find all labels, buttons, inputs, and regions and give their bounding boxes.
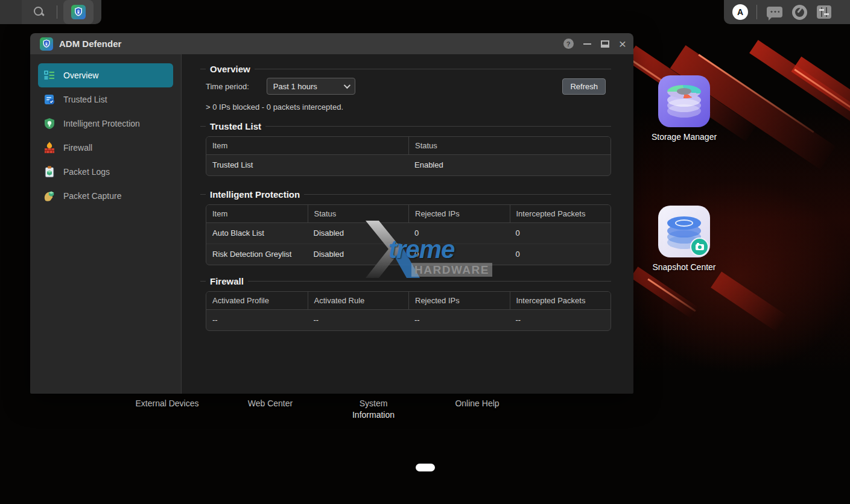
window-titlebar[interactable]: ADM Defender ? × [30,33,633,54]
table-cell: Enabled [408,155,611,175]
table-cell: Risk Detection Greylist [206,244,308,265]
snapshot-center-icon [658,206,710,257]
table-cell: -- [510,310,611,330]
shield-bulb-icon [43,117,56,130]
search-button[interactable] [22,0,57,24]
desktop-shortcut-system-information[interactable]: System Information [337,398,410,421]
column-header: Intercepted Packets [510,292,611,309]
time-period-value: Past 1 hours [273,82,317,91]
time-period-label: Time period: [206,82,249,91]
intelligent-protection-table: ItemStatusRejected IPsIntercepted Packet… [206,204,611,265]
chat-bubble-icon [767,7,782,17]
sliders-icon [817,5,831,19]
table-header-row: Activated ProfileActivated RuleRejected … [206,292,611,310]
desktop-icon-label: Snapshot Center [648,262,720,272]
user-avatar[interactable]: A [732,4,748,20]
camera-badge-icon [690,238,709,256]
sidebar-item-label: Firewall [63,143,92,153]
desktop-shortcut-web-center[interactable]: Web Center [231,398,309,409]
adm-defender-icon [40,37,53,51]
overview-section-legend: Overview [200,64,611,74]
search-icon [34,7,45,17]
taskbar-separator [57,5,57,19]
table-cell: 0 [510,223,611,244]
trusted-list-clipboard-icon [43,93,56,106]
time-period-select[interactable]: Past 1 hours [267,78,355,95]
trusted-list-section-legend: Trusted List [200,121,611,131]
sidebar-item-packet-capture[interactable]: Packet Capture [38,184,173,208]
preferences-button[interactable] [817,5,831,19]
packet-capture-hand-icon [43,189,56,203]
table-cell: -- [308,310,409,330]
sidebar-item-trusted-list[interactable]: Trusted List [38,87,173,112]
blocked-summary-text: > 0 IPs blocked - 0 packets intercepted. [206,102,633,112]
table-header-row: ItemStatus [206,137,611,155]
trusted-list-table: ItemStatusTrusted ListEnabled [206,136,611,176]
minimize-button[interactable] [583,43,591,45]
firewall-flame-brick-icon [43,141,56,154]
table-cell: -- [206,310,308,330]
chevron-down-icon [344,82,350,89]
sidebar-item-label: Overview [63,71,98,80]
desktop-shortcut-online-help[interactable]: Online Help [438,398,516,409]
table-row: Auto Black ListDisabled00 [206,223,611,244]
table-cell: Disabled [308,223,409,244]
table-row: Trusted ListEnabled [206,155,611,175]
column-header: Item [206,205,308,222]
sidebar-item-overview[interactable]: Overview [38,63,173,87]
overview-list-icon [43,69,56,82]
intelligent-protection-section-legend: Intelligent Protection [200,189,611,200]
sidebar-item-label: Packet Logs [63,167,110,177]
sidebar-item-label: Trusted List [63,95,107,104]
table-header-row: ItemStatusRejected IPsIntercepted Packet… [206,205,611,223]
column-header: Item [206,137,408,154]
adm-defender-icon [71,5,86,19]
desktop-icon-label: Storage Manager [648,132,720,142]
storage-manager-icon [658,75,710,127]
table-cell: 0 [408,223,510,244]
firewall-table: Activated ProfileActivated RuleRejected … [206,291,611,331]
table-cell: 0 [510,244,611,265]
desktop-shortcut-external-devices[interactable]: External Devices [128,398,206,409]
system-monitor-button[interactable] [792,5,807,20]
notifications-button[interactable] [767,7,782,17]
table-row: Risk Detection GreylistDisabled00 [206,244,611,265]
gauge-icon [792,5,807,20]
taskbar-active-app-adm-defender[interactable] [63,0,94,24]
taskbar-left [0,0,101,24]
table-cell: Disabled [308,244,409,265]
column-header: Rejected IPs [408,292,510,309]
close-button[interactable]: × [619,40,626,48]
sidebar-item-label: Intelligent Protection [63,119,140,128]
sidebar-item-intelligent-protection[interactable]: Intelligent Protection [38,112,173,136]
column-header: Intercepted Packets [510,205,611,222]
column-header: Status [408,137,611,154]
column-header: Rejected IPs [408,205,510,222]
column-header: Status [308,205,409,222]
sidebar-item-label: Packet Capture [63,191,122,201]
desktop-icon-snapshot-center[interactable]: Snapshot Center [648,206,720,272]
restore-button[interactable] [601,40,609,48]
taskbar-separator [756,5,757,19]
column-header: Activated Rule [308,292,409,309]
table-cell: Auto Black List [206,223,308,244]
table-cell: Trusted List [206,155,408,175]
table-row: -------- [206,310,611,330]
sidebar-item-packet-logs[interactable]: Packet Logs [38,160,173,184]
packet-logs-clipboard-icon [43,165,56,178]
taskbar-right: A [724,0,850,24]
taskbar-handle[interactable] [416,464,435,471]
sidebar-item-firewall[interactable]: Firewall [38,136,173,160]
desktop-icon-storage-manager[interactable]: Storage Manager [648,75,720,142]
table-cell: -- [408,310,510,330]
window-title: ADM Defender [59,39,121,49]
firewall-section-legend: Firewall [200,276,611,286]
help-button[interactable]: ? [563,39,574,49]
desktop: A Storage Manager Snapshot Center Extern… [0,0,850,504]
refresh-button[interactable]: Refresh [562,78,606,95]
main-content: Overview Time period: Past 1 hours Refre… [182,54,633,394]
table-cell: 0 [408,244,510,265]
adm-defender-window: ADM Defender ? × Over [30,33,633,394]
taskbar-edge [0,0,22,24]
column-header: Activated Profile [206,292,308,309]
